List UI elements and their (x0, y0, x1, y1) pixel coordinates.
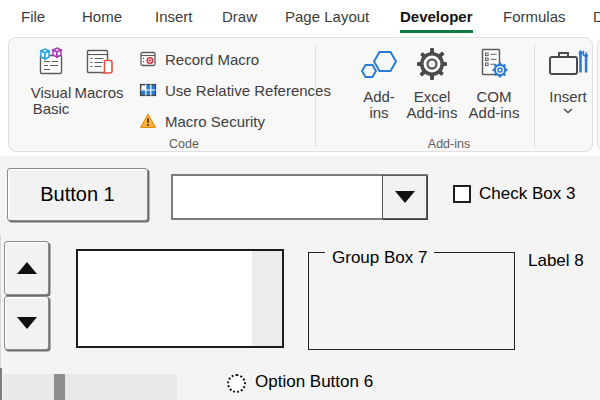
gridline (0, 235, 1, 368)
tab-data[interactable]: Data (593, 8, 600, 30)
tab-file[interactable]: File (21, 8, 45, 30)
com-addins-button[interactable]: COM Add-ins (463, 46, 525, 121)
use-relative-references-button[interactable]: Use Relative References (139, 78, 331, 102)
form-button-1[interactable]: Button 1 (7, 168, 148, 221)
insert-label: Insert (549, 89, 587, 105)
record-macro-label: Record Macro (165, 51, 259, 68)
tab-formulas[interactable]: Formulas (503, 8, 566, 30)
code-group-label: Code (119, 137, 249, 151)
list-box-scrollbar[interactable] (252, 251, 282, 346)
option-button-6[interactable] (227, 374, 246, 393)
list-box[interactable] (76, 249, 284, 348)
checkbox-3[interactable] (453, 185, 471, 203)
addins-label: Add- ins (363, 89, 395, 121)
gridline (0, 368, 2, 400)
tab-home[interactable]: Home (82, 8, 122, 30)
checkbox-3-label: Check Box 3 (479, 184, 575, 204)
excel-window: File Home Insert Draw Page Layout Develo… (0, 0, 600, 400)
group-box-7: Group Box 7 (308, 252, 515, 350)
macro-security-label: Macro Security (165, 113, 265, 130)
option-button-6-label: Option Button 6 (255, 372, 373, 392)
dropdown-arrow-icon (395, 191, 415, 203)
spin-up-arrow-icon (17, 262, 37, 274)
ribbon-developer-panel: Visual Basic Macros (8, 37, 593, 152)
tab-draw[interactable]: Draw (222, 8, 257, 30)
combo-box-dropdown[interactable] (171, 174, 428, 220)
tab-page-layout[interactable]: Page Layout (285, 8, 369, 30)
chevron-down-icon (563, 108, 573, 114)
group-box-7-label: Group Box 7 (325, 248, 434, 268)
spin-down-arrow-icon (17, 317, 37, 329)
excel-addins-button[interactable]: Excel Add-ins (401, 46, 463, 121)
combo-dropdown-button[interactable] (382, 175, 427, 219)
record-macro-button[interactable]: Record Macro (139, 47, 259, 71)
excel-addins-label: Excel Add-ins (407, 89, 458, 121)
ribbon-tab-bar: File Home Insert Draw Page Layout Develo… (0, 0, 600, 37)
use-relative-references-label: Use Relative References (165, 82, 331, 99)
tab-insert[interactable]: Insert (155, 8, 193, 30)
use-relative-references-icon (139, 81, 157, 99)
insert-toolbox-icon (548, 46, 588, 80)
com-addins-icon (479, 46, 509, 82)
macros-label: Macros (74, 85, 123, 101)
record-macro-icon (139, 50, 157, 68)
ribbon-separator (534, 44, 535, 148)
macro-security-icon (139, 112, 157, 130)
macros-icon (83, 46, 115, 78)
visual-basic-label: Visual Basic (31, 85, 72, 117)
insert-controls-button[interactable]: Insert (537, 46, 599, 114)
macro-security-button[interactable]: Macro Security (139, 109, 265, 133)
com-addins-label: COM Add-ins (469, 89, 520, 121)
scroll-bar-thumb[interactable] (54, 374, 65, 400)
addins-button[interactable]: Add- ins (350, 46, 408, 121)
visual-basic-icon (35, 46, 67, 78)
scroll-bar[interactable] (3, 374, 177, 400)
addins-group-label: Add-ins (384, 137, 514, 151)
excel-addins-icon (415, 46, 449, 82)
label-8: Label 8 (528, 251, 584, 271)
spin-button (4, 241, 49, 350)
addins-icon (358, 46, 400, 82)
tab-developer[interactable]: Developer (400, 8, 473, 33)
macros-button[interactable]: Macros (71, 46, 127, 101)
ribbon-separator (315, 44, 316, 148)
spin-down-button[interactable] (4, 296, 49, 350)
spin-up-button[interactable] (4, 241, 49, 295)
